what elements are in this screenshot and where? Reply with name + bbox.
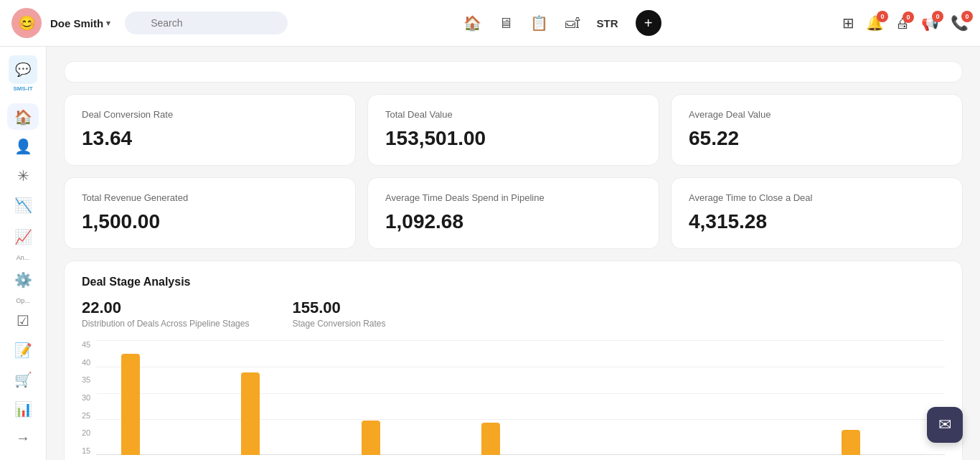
chart-metric-1: 22.00 Distribution of Deals Across Pipel… <box>82 299 249 329</box>
stat-value-total-deal: 153,501.00 <box>385 127 641 150</box>
bar-1 <box>121 354 140 455</box>
phone-badge: 0 <box>961 11 973 22</box>
user-name: Doe Smith <box>50 17 103 29</box>
deal-stage-section: Deal Stage Analysis 22.00 Distribution o… <box>64 260 963 460</box>
stat-value-avg-deal: 65.22 <box>689 127 945 150</box>
stat-label-time-pipeline: Average Time Deals Spend in Pipeline <box>385 192 641 203</box>
sidebar-item-home[interactable]: 🏠 <box>7 103 39 130</box>
y-label-20: 20 <box>82 428 90 437</box>
stat-card-time-pipeline: Average Time Deals Spend in Pipeline 1,0… <box>367 177 659 249</box>
grid-icon[interactable]: ⊞ <box>842 14 854 32</box>
print-badge: 0 <box>903 11 914 23</box>
notification-badge: 0 <box>877 11 888 22</box>
sidebar: 💬 SMS-IT 🏠 👤 ✳ 📉 📈 An... ⚙️ Op... ☑ 📝 🛒 … <box>0 47 47 460</box>
stats-row-2: Total Revenue Generated 1,500.00 Average… <box>64 177 963 249</box>
chart-metric-2: 155.00 Stage Conversion Rates <box>292 299 385 329</box>
y-axis: 15 20 25 30 35 40 45 <box>82 340 90 455</box>
y-label-35: 35 <box>82 375 90 384</box>
stat-label-conversion: Deal Conversion Rate <box>82 109 338 120</box>
y-label-30: 30 <box>82 393 90 402</box>
main-content: Deal Conversion Rate 13.64 Total Deal Va… <box>47 47 980 460</box>
bar-group-3 <box>222 372 280 455</box>
sidebar-label-analytics: An... <box>3 254 43 261</box>
y-label-40: 40 <box>82 358 90 367</box>
sidebar-item-operations-wrap[interactable]: ⚙️ Op... <box>3 264 43 304</box>
top-bar <box>64 61 963 83</box>
user-menu[interactable]: Doe Smith ▾ <box>50 17 110 29</box>
sidebar-item-tasks[interactable]: ☑ <box>7 307 39 334</box>
bar-container <box>96 340 945 455</box>
header-nav: 🏠 🖥 📋 🛋 STR + <box>296 10 828 36</box>
phone-button[interactable]: 📞 0 <box>951 14 969 32</box>
stat-value-revenue: 1,500.00 <box>82 210 338 233</box>
bar-group-13 <box>822 430 880 455</box>
str-button[interactable]: STR <box>597 17 618 29</box>
sidebar-item-user[interactable]: 👤 <box>7 133 39 159</box>
sidebar-logo: 💬 SMS-IT <box>9 55 37 92</box>
sidebar-item-funnel[interactable]: 📉 <box>7 192 39 218</box>
sidebar-label-operations: Op... <box>3 297 43 304</box>
chart-metric-1-label: Distribution of Deals Across Pipeline St… <box>82 319 249 329</box>
stat-label-avg-deal: Average Deal Value <box>689 109 945 120</box>
chart-metric-2-label: Stage Conversion Rates <box>292 319 385 329</box>
bar-13 <box>842 430 860 455</box>
stat-card-total-deal: Total Deal Value 153,501.00 <box>367 94 659 166</box>
sidebar-exit[interactable]: → <box>7 425 39 451</box>
sidebar-item-reports[interactable]: 📝 <box>7 337 39 363</box>
stat-value-time-pipeline: 1,092.68 <box>385 210 641 233</box>
header-actions: ⊞ 🔔 0 🖨 0 📢 0 📞 0 <box>842 14 969 32</box>
chart-metrics: 22.00 Distribution of Deals Across Pipel… <box>82 299 945 329</box>
bar-7 <box>481 423 500 455</box>
bar-3 <box>241 372 260 455</box>
bar-5 <box>362 421 380 455</box>
bar-group-5 <box>342 421 400 455</box>
logo-icon: 💬 <box>9 55 37 84</box>
chart-wrapper: 15 20 25 30 35 40 45 <box>82 340 945 455</box>
bar-group-7 <box>462 423 519 455</box>
nav-home-icon[interactable]: 🏠 <box>463 14 481 32</box>
stat-card-revenue: Total Revenue Generated 1,500.00 <box>64 177 356 249</box>
megaphone-badge: 0 <box>932 11 943 22</box>
y-label-15: 15 <box>82 446 90 455</box>
add-button[interactable]: + <box>636 10 661 36</box>
stat-label-time-close: Average Time to Close a Deal <box>689 192 945 203</box>
sidebar-item-cart[interactable]: 🛒 <box>7 366 39 393</box>
chart-title: Deal Stage Analysis <box>82 276 945 288</box>
bar-group-1 <box>102 354 159 455</box>
avatar-emoji: 😊 <box>18 14 36 32</box>
stat-card-conversion: Deal Conversion Rate 13.64 <box>64 94 356 166</box>
nav-couch-icon[interactable]: 🛋 <box>565 15 580 32</box>
chart-bars-area <box>96 340 945 455</box>
chart-metric-2-value: 155.00 <box>292 299 385 317</box>
stat-card-avg-deal: Average Deal Value 65.22 <box>671 94 963 166</box>
logo-text: SMS-IT <box>13 85 32 92</box>
chart-metric-1-value: 22.00 <box>82 299 249 317</box>
sidebar-item-charts[interactable]: 📊 <box>7 395 39 422</box>
top-header: 😊 Doe Smith ▾ 🔍 🏠 🖥 📋 🛋 STR + ⊞ 🔔 0 🖨 0 … <box>0 0 980 47</box>
avatar: 😊 <box>11 8 42 38</box>
stats-row-1: Deal Conversion Rate 13.64 Total Deal Va… <box>64 94 963 166</box>
stat-card-time-close: Average Time to Close a Deal 4,315.28 <box>671 177 963 249</box>
chat-icon: ✉ <box>938 416 951 434</box>
sidebar-item-operations[interactable]: ⚙️ <box>7 264 39 296</box>
sidebar-item-analytics[interactable]: 📈 <box>7 221 39 253</box>
stat-label-revenue: Total Revenue Generated <box>82 192 338 203</box>
sidebar-item-network[interactable]: ✳ <box>7 162 39 189</box>
chevron-down-icon: ▾ <box>106 19 110 28</box>
print-button[interactable]: 🖨 0 <box>895 15 910 32</box>
plus-icon: + <box>644 15 653 32</box>
stat-value-time-close: 4,315.28 <box>689 210 945 233</box>
notification-bell[interactable]: 🔔 0 <box>866 14 884 32</box>
search-input[interactable] <box>125 11 288 34</box>
nav-monitor-icon[interactable]: 🖥 <box>499 15 513 32</box>
chat-fab[interactable]: ✉ <box>927 407 963 443</box>
megaphone-button[interactable]: 📢 0 <box>921 14 939 32</box>
y-label-45: 45 <box>82 340 90 349</box>
sidebar-item-analytics-wrap[interactable]: 📈 An... <box>3 221 43 261</box>
stat-label-total-deal: Total Deal Value <box>385 109 641 120</box>
stat-value-conversion: 13.64 <box>82 127 338 150</box>
search-container: 🔍 <box>119 11 288 34</box>
y-label-25: 25 <box>82 411 90 420</box>
nav-clipboard-icon[interactable]: 📋 <box>530 14 548 32</box>
